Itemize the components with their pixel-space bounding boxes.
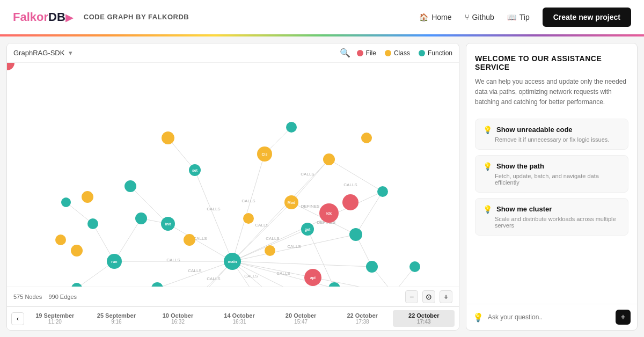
card-header: 💡 Show the path (483, 162, 620, 171)
graph-node[interactable] (265, 245, 275, 256)
graph-node[interactable] (366, 261, 378, 273)
graph-node[interactable]: set (189, 164, 201, 176)
graph-node[interactable] (7, 63, 14, 70)
zoom-in-button[interactable]: + (440, 290, 452, 303)
project-selector[interactable]: GraphRAG-SDK ▾ (13, 49, 72, 57)
graph-node[interactable] (328, 282, 340, 287)
graph-node[interactable] (342, 194, 358, 210)
file-dot (357, 50, 363, 56)
graph-node[interactable] (377, 186, 388, 197)
assistance-panel: WELCOME TO OUR ASSISTANCE SERVICE We can… (466, 43, 638, 331)
timeline-item[interactable]: 20 October15:47 (270, 310, 332, 327)
svg-text:CALLS: CALLS (207, 207, 220, 211)
assistance-card-unreadable[interactable]: 💡 Show unreadable code Remove it if unne… (475, 119, 628, 150)
timeline-item[interactable]: 25 September9:16 (86, 310, 148, 327)
svg-text:CALLS: CALLS (241, 199, 255, 203)
graph-node[interactable] (286, 122, 297, 133)
logo-area: FalkorDB▶ CODE GRAPH BY FALKORDB (13, 10, 189, 24)
ask-question-input[interactable] (488, 313, 611, 321)
graph-node[interactable]: Mod (284, 195, 298, 209)
ask-question-send-button[interactable]: + (616, 310, 631, 325)
graph-node[interactable]: get (301, 223, 314, 236)
graph-node[interactable] (61, 197, 71, 207)
svg-line-18 (291, 159, 329, 202)
zoom-out-button[interactable]: − (405, 290, 418, 303)
svg-text:CALLS: CALLS (244, 274, 258, 279)
graph-toolbar: GraphRAG-SDK ▾ 🔍 File Class Fu (7, 43, 459, 63)
graph-node[interactable] (162, 131, 174, 144)
svg-text:CALLS: CALLS (276, 271, 290, 276)
assistance-card-cluster[interactable]: 💡 Show me cluster Scale and distribute w… (475, 198, 628, 236)
footer-bulb-icon: 💡 (473, 312, 484, 323)
assistance-title: WELCOME TO OUR ASSISTANCE SERVICE (475, 54, 628, 71)
timeline-item[interactable]: 14 October16:31 (209, 310, 270, 327)
graph-node[interactable] (71, 245, 83, 257)
legend-function[interactable]: Function (419, 49, 452, 57)
timeline-item[interactable]: 19 September11:20 (24, 310, 86, 327)
zoom-reset-button[interactable]: ⊙ (422, 290, 435, 303)
nav-home[interactable]: 🏠 Home (419, 13, 451, 21)
graph-node[interactable]: idx (319, 203, 339, 223)
function-dot (419, 50, 425, 56)
header-nav: 🏠 Home ⑂ Github 📖 Tip Create new project (419, 8, 631, 27)
app-title: CODE GRAPH BY FALKORDB (84, 13, 189, 21)
svg-text:CALLS: CALLS (255, 223, 268, 228)
graph-search-button[interactable]: 🔍 (340, 48, 350, 58)
svg-text:CALLS: CALLS (193, 236, 207, 241)
graph-node[interactable]: init (161, 217, 175, 231)
graph-node[interactable] (125, 180, 136, 192)
assistance-footer: 💡 + (466, 304, 637, 330)
lightbulb-icon: 💡 (483, 205, 492, 214)
timeline-prev-button[interactable]: ‹ (11, 312, 24, 325)
graph-node[interactable] (409, 261, 420, 272)
graph-controls: − ⊙ + (405, 290, 452, 303)
graph-node[interactable] (243, 213, 254, 224)
lightbulb-icon: 💡 (483, 162, 492, 171)
graph-node[interactable] (71, 283, 82, 287)
graph-node[interactable]: main (224, 253, 241, 270)
legend-file[interactable]: File (357, 49, 376, 57)
nav-github[interactable]: ⑂ Github (465, 13, 494, 21)
timeline-item[interactable]: 10 October16:32 (147, 310, 209, 327)
chevron-down-icon: ▾ (69, 49, 72, 57)
card-title: Show unreadable code (496, 126, 573, 134)
main-layout: GraphRAG-SDK ▾ 🔍 File Class Fu (0, 36, 644, 337)
graph-node[interactable] (361, 133, 372, 143)
timeline-item[interactable]: 22 October17:43 (393, 310, 455, 327)
create-new-project-button[interactable]: Create new project (543, 8, 631, 27)
assistance-content: WELCOME TO OUR ASSISTANCE SERVICE We can… (466, 43, 637, 304)
graph-node[interactable]: run (107, 254, 122, 269)
graph-node[interactable] (184, 234, 195, 246)
graph-node[interactable] (151, 282, 163, 287)
home-icon: 🏠 (419, 13, 428, 21)
graph-node[interactable] (82, 191, 93, 203)
legend-file-label: File (366, 49, 376, 57)
assistance-card-path[interactable]: 💡 Show the path Fetch, update, batch, an… (475, 155, 628, 193)
graph-canvas[interactable]: CALLSCALLS CALLSCALLS CALLSCALLS CALLSCA… (7, 63, 459, 287)
svg-text:CALLS: CALLS (301, 172, 314, 177)
svg-text:CALLS: CALLS (207, 276, 220, 281)
card-description: Scale and distribute workloads across mu… (483, 216, 620, 229)
legend-function-label: Function (428, 49, 452, 57)
card-header: 💡 Show me cluster (483, 205, 620, 214)
lightbulb-icon: 💡 (483, 126, 492, 134)
graph-node[interactable]: Cls (257, 146, 272, 162)
svg-text:CALLS: CALLS (188, 268, 201, 273)
graph-node[interactable]: api (304, 269, 321, 286)
svg-line-20 (329, 159, 383, 192)
graph-node[interactable] (349, 228, 362, 241)
svg-text:CALLS: CALLS (266, 236, 279, 241)
graph-node[interactable] (55, 235, 66, 245)
timeline-item[interactable]: 22 October17:38 (332, 310, 393, 327)
node-count: 575 Nodes (13, 294, 42, 300)
header: FalkorDB▶ CODE GRAPH BY FALKORDB 🏠 Home … (0, 0, 644, 34)
graph-legend: File Class Function (357, 49, 452, 57)
svg-text:CALLS: CALLS (166, 258, 180, 262)
legend-class[interactable]: Class (385, 49, 410, 57)
graph-node[interactable] (135, 213, 147, 224)
logo-arrow-icon: ▶ (65, 12, 73, 23)
nav-tip[interactable]: 📖 Tip (507, 13, 530, 21)
graph-node[interactable] (323, 153, 335, 165)
svg-line-12 (232, 235, 356, 261)
graph-node[interactable] (87, 218, 98, 229)
